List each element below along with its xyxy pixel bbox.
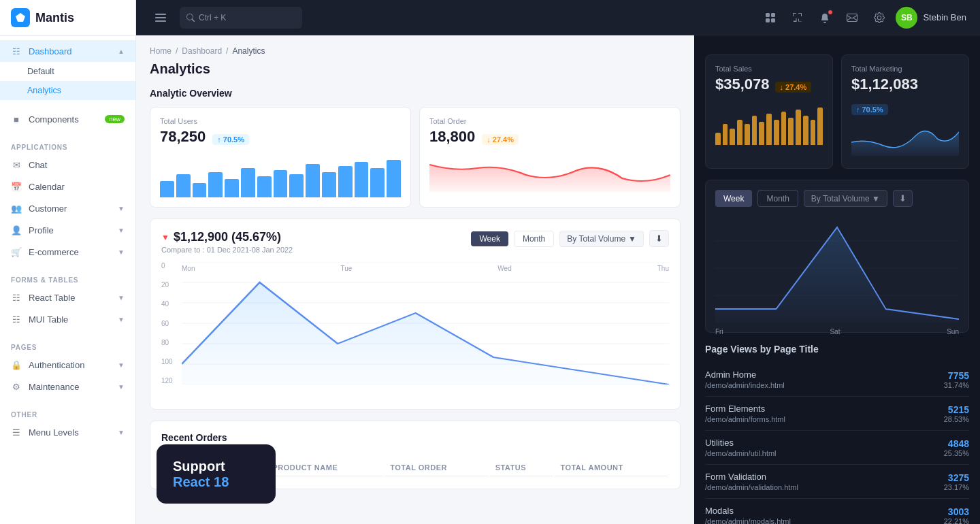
sidebar-item-mui-table[interactable]: ☷ MUI Table ▼ (0, 308, 135, 330)
week-button[interactable]: Week (471, 231, 508, 246)
download-button[interactable]: ⬇ (649, 230, 669, 247)
notification-icon-button[interactable] (814, 7, 836, 29)
bar (774, 120, 779, 145)
y-axis-labels: 120 100 80 60 40 20 0 (161, 262, 182, 384)
mui-table-chevron: ▼ (118, 316, 125, 323)
page-view-url: /demo/admin/forms.html (705, 415, 944, 423)
mui-table-icon: ☷ (11, 314, 22, 325)
page-view-item[interactable]: Modals /demo/admin/modals.html 3003 22.2… (705, 499, 969, 524)
sidebar-item-customer[interactable]: 👥 Customer ▼ (0, 197, 135, 219)
sidebar-item-calendar[interactable]: 📅 Calendar (0, 176, 135, 197)
sidebar-sub-analytics[interactable]: Analytics (0, 81, 135, 100)
applications-section: Applications ✉ Chat 📅 Calendar 👥 Custome… (0, 134, 135, 267)
page-view-pct: 28.53% (944, 415, 969, 423)
volume-dark-select[interactable]: By Total Volume ▼ (804, 190, 887, 207)
bar (176, 174, 191, 197)
page-view-stats: 5215 28.53% (944, 404, 969, 423)
bar (241, 168, 255, 197)
bar (752, 116, 757, 145)
income-dark-svg (715, 214, 959, 323)
menu-toggle-button[interactable] (150, 7, 172, 29)
col-product: PRODUCT NAME (267, 459, 383, 476)
notification-badge (828, 10, 833, 15)
sidebar-item-authentication[interactable]: 🔒 Authentication ▼ (0, 354, 135, 376)
stat-cards-dark: Total Sales $35,078 ↓ 27.4% Total Market… (705, 54, 969, 169)
search-bar[interactable]: Ctrl + K (180, 7, 302, 29)
maintenance-chevron: ▼ (118, 383, 125, 391)
calendar-icon: 📅 (11, 181, 22, 192)
sidebar-item-dashboard[interactable]: ☷ Dashboard ▲ (0, 40, 135, 62)
page-view-url: /demo/admin/index.html (705, 381, 944, 389)
bar (745, 124, 750, 145)
user-avatar[interactable]: SB (896, 7, 917, 29)
page-view-name: Admin Home (705, 370, 944, 380)
sidebar-item-menu-levels[interactable]: ☰ Menu Levels ▼ (0, 421, 135, 443)
download-dark-button[interactable]: ⬇ (893, 190, 913, 207)
col-total-order: TOTAL ORDER (385, 459, 488, 476)
page-view-info: Modals /demo/admin/modals.html (705, 506, 944, 524)
page-view-pct: 31.74% (944, 381, 969, 389)
stat-value-order: 18,800 (429, 128, 475, 146)
main-content: Ctrl + K SB Stebin Ben (136, 0, 980, 524)
apps-icon-button[interactable] (760, 7, 781, 29)
right-panel: Total Sales $35,078 ↓ 27.4% Total Market… (694, 35, 980, 524)
week-dark-button[interactable]: Week (715, 190, 752, 207)
menu-levels-chevron: ▼ (118, 429, 125, 436)
customer-icon: 👥 (11, 203, 22, 214)
recent-orders-title: Recent Orders (161, 432, 227, 443)
sales-chart (715, 104, 823, 145)
sidebar-item-react-table[interactable]: ☷ React Table ▼ (0, 286, 135, 308)
bar (737, 120, 742, 145)
stat-label-order: Total Order (429, 117, 670, 125)
page-views-section: Page Views by Page Title Admin Home /dem… (705, 344, 969, 524)
bar (306, 164, 320, 197)
menu-icon: ☰ (11, 427, 22, 438)
col-total-amount: TOTAL AMOUNT (555, 459, 668, 476)
mail-icon-button[interactable] (841, 7, 863, 29)
income-compare: Compare to : 01 Dec 2021-08 Jan 2022 (161, 246, 293, 254)
breadcrumb-dashboard[interactable]: Dashboard (182, 46, 222, 56)
breadcrumb-home[interactable]: Home (150, 46, 172, 56)
stat-badge-sales: ↓ 27.4% (775, 82, 812, 93)
analytic-overview-title: Analytic Overview (150, 88, 681, 99)
sidebar-item-components[interactable]: ■ Components new (0, 108, 135, 130)
stat-label-users: Total Users (160, 117, 401, 125)
sidebar-item-ecommerce[interactable]: 🛒 E-commerce ▼ (0, 241, 135, 263)
stat-card-users: Total Users 78,250 ↑ 70.5% (150, 107, 411, 208)
topbar-left: Ctrl + K (150, 7, 302, 29)
bar (811, 120, 816, 145)
support-popup[interactable]: Support React 18 (157, 444, 276, 504)
page-view-item[interactable]: Form Elements /demo/admin/forms.html 521… (705, 397, 969, 431)
maintenance-icon: ⚙ (11, 381, 22, 392)
dashboard-label: Dashboard (29, 46, 72, 56)
settings-icon-button[interactable] (868, 7, 890, 29)
bar (322, 172, 336, 197)
page-view-item[interactable]: Form Validation /demo/admin/validation.h… (705, 465, 969, 499)
support-title-blue: React 18 (173, 474, 259, 490)
sidebar-item-profile[interactable]: 👤 Profile ▼ (0, 219, 135, 241)
stat-badge-order: ↓ 27.4% (482, 134, 519, 145)
page-view-item[interactable]: Admin Home /demo/admin/index.html 7755 3… (705, 363, 969, 397)
sidebar-sub-default[interactable]: Default (0, 62, 135, 81)
month-dark-button[interactable]: Month (757, 190, 798, 207)
sidebar-item-maintenance[interactable]: ⚙ Maintenance ▼ (0, 376, 135, 397)
marketing-chart (851, 115, 959, 156)
stat-value-marketing: $1,12,083 (851, 76, 918, 93)
fullscreen-icon-button[interactable] (787, 7, 808, 29)
sidebar-item-chat[interactable]: ✉ Chat (0, 154, 135, 176)
other-section: Other ☰ Menu Levels ▼ (0, 402, 135, 447)
user-name: Stebin Ben (923, 12, 966, 22)
month-button[interactable]: Month (514, 231, 554, 247)
dashboard-icon: ☷ (11, 46, 22, 56)
page-view-item[interactable]: Utilities /demo/admin/util.html 4848 25.… (705, 431, 969, 465)
bar (817, 108, 823, 145)
bar (781, 112, 787, 145)
logo: Mantis (0, 0, 135, 36)
applications-label: Applications (0, 138, 135, 154)
bar (766, 114, 772, 145)
forms-label: Forms & Tables (0, 271, 135, 286)
stat-cards-light: Total Users 78,250 ↑ 70.5% Total Order 1… (150, 107, 681, 208)
volume-select[interactable]: By Total Volume ▼ (559, 231, 644, 247)
income-chart: 120 100 80 60 40 20 0 (161, 262, 669, 398)
order-chart (429, 151, 670, 192)
